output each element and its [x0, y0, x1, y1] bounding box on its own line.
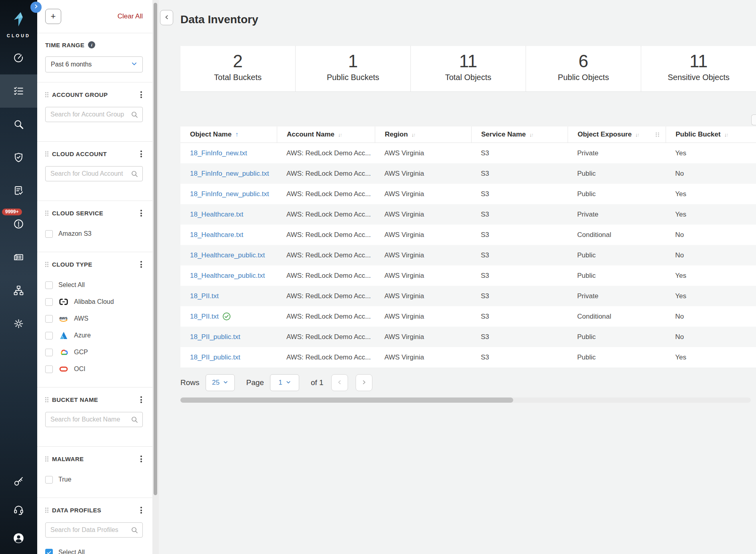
headset-icon: [13, 504, 24, 516]
checkbox-checked[interactable]: [45, 549, 53, 554]
collapse-filters-button[interactable]: [160, 10, 173, 25]
scrollbar-thumb[interactable]: [180, 397, 513, 403]
cell-object_name: 18_PII.txt: [180, 286, 277, 306]
chevron-left-icon: [164, 14, 170, 21]
table-header: Object Name↑Account Name↓↑Region↓↑Servic…: [180, 126, 756, 143]
cell-object_name: 18_FinInfo_new.txt: [180, 143, 277, 163]
sidebar-item-alerts[interactable]: 9999+: [0, 207, 37, 241]
object-name-link[interactable]: 18_PII.txt: [190, 313, 219, 321]
drag-handle-icon[interactable]: [45, 508, 48, 513]
expand-filters-button[interactable]: [30, 2, 42, 13]
kebab-menu-icon[interactable]: [140, 395, 143, 404]
stat-value: 1: [296, 51, 410, 71]
checkbox-unchecked[interactable]: [45, 315, 53, 323]
sidebar-item-support[interactable]: [0, 496, 37, 524]
column-settings-button[interactable]: [751, 114, 756, 125]
sidebar-item-access-keys[interactable]: [0, 467, 37, 496]
object-name-link[interactable]: 18_Healthcare_public.txt: [190, 272, 265, 280]
checkbox-unchecked[interactable]: [45, 230, 53, 238]
key-icon: [13, 476, 24, 487]
bucket-name-search-input[interactable]: [45, 412, 143, 427]
column-header-region[interactable]: Region↓↑: [375, 126, 471, 143]
kebab-menu-icon[interactable]: [140, 209, 143, 217]
kebab-menu-icon[interactable]: [140, 260, 143, 269]
sidebar-item-settings[interactable]: [0, 307, 37, 340]
checkbox-unchecked[interactable]: [45, 332, 53, 339]
column-header-object_name[interactable]: Object Name↑: [180, 126, 277, 143]
sidebar-item-network[interactable]: [0, 274, 37, 307]
object-name-link[interactable]: 18_PII_public.txt: [190, 353, 240, 361]
kebab-menu-icon[interactable]: [140, 90, 143, 99]
checkbox-option-amazon-s3[interactable]: Amazon S3: [45, 225, 143, 242]
pagination: Rows 25 Page 1 of 1: [180, 374, 756, 391]
next-page-button[interactable]: [356, 374, 372, 391]
object-name-link[interactable]: 18_PII_public.txt: [190, 333, 240, 341]
sidebar-item-dashboard[interactable]: [0, 41, 37, 74]
cell-account_name: AWS: RedLock Demo Acc...: [277, 143, 375, 163]
checkbox-option-gcp[interactable]: GCP: [45, 344, 143, 361]
data-inventory-table: Object Name↑Account Name↓↑Region↓↑Servic…: [180, 126, 756, 367]
object-name-link[interactable]: 18_Healthcare_public.txt: [190, 251, 265, 259]
column-header-public_bucket[interactable]: Public Bucket↓↑: [666, 126, 756, 143]
drag-handle-icon[interactable]: [45, 262, 48, 267]
option-label: Alibaba Cloud: [74, 298, 114, 305]
drag-handle-icon[interactable]: [45, 92, 48, 97]
kebab-menu-icon[interactable]: [140, 506, 143, 514]
column-header-account_name[interactable]: Account Name↓↑: [277, 126, 375, 143]
checkbox-option-azure[interactable]: Azure: [45, 327, 143, 344]
checkbox-unchecked[interactable]: [45, 281, 53, 289]
scrollbar-thumb[interactable]: [154, 3, 157, 495]
sidebar-item-inventory[interactable]: [0, 74, 37, 108]
sidebar-item-investigate[interactable]: [0, 108, 37, 141]
info-icon[interactable]: i: [88, 41, 95, 48]
checkbox-unchecked[interactable]: [45, 365, 53, 373]
column-header-service_name[interactable]: Service Name↓↑: [471, 126, 568, 143]
checkbox-option-aws[interactable]: awsAWS: [45, 310, 143, 327]
object-name-link[interactable]: 18_FinInfo_new.txt: [190, 149, 247, 157]
cell-region: AWS Virginia: [375, 286, 471, 306]
sidebar-item-compliance[interactable]: [0, 174, 37, 207]
data-profiles-search-input[interactable]: [45, 522, 143, 538]
prisma-cloud-logo[interactable]: CLOUD: [7, 0, 30, 38]
kebab-menu-icon[interactable]: [140, 455, 143, 463]
object-name-link[interactable]: 18_PII.txt: [190, 292, 219, 300]
kebab-menu-icon[interactable]: [140, 150, 143, 158]
sidebar-item-compute[interactable]: [0, 241, 37, 274]
add-filter-button[interactable]: +: [45, 9, 61, 24]
object-name-link[interactable]: 18_Healthcare.txt: [190, 231, 243, 239]
checkbox-option-alibaba-cloud[interactable]: Alibaba Cloud: [45, 293, 143, 310]
filter-section-account-group: ACCOUNT GROUP: [37, 82, 152, 141]
sidebar-bottom-nav: [0, 467, 37, 554]
checkbox-option-true[interactable]: True: [45, 471, 143, 488]
previous-page-button[interactable]: [331, 374, 348, 391]
drag-handle-icon[interactable]: [45, 397, 48, 402]
clear-all-link[interactable]: Clear All: [118, 12, 143, 20]
page-select[interactable]: 1: [270, 374, 299, 391]
cloud-account-search-input[interactable]: [45, 166, 143, 181]
account-group-search-input[interactable]: [45, 107, 143, 122]
drag-handle-icon[interactable]: [45, 456, 48, 462]
column-drag-icon[interactable]: [655, 132, 660, 137]
cell-public_bucket: No: [666, 306, 756, 327]
checkbox-option-select-all[interactable]: Select All: [45, 277, 143, 293]
rows-per-page-select[interactable]: 25: [206, 374, 235, 391]
sidebar-item-profile[interactable]: [0, 524, 37, 552]
page-title: Data Inventory: [180, 13, 756, 26]
column-header-object_exposure[interactable]: Object Exposure↓↑: [568, 126, 666, 143]
checkbox-option-oci[interactable]: OCI: [45, 361, 143, 377]
checkbox-unchecked[interactable]: [45, 476, 53, 484]
drag-handle-icon[interactable]: [45, 151, 48, 157]
object-name-link[interactable]: 18_Healthcare.txt: [190, 211, 243, 219]
time-range-select[interactable]: Past 6 months: [45, 56, 143, 72]
checkbox-option-select-all[interactable]: Select All: [45, 544, 143, 554]
chevron-down-icon: [223, 379, 228, 387]
search-icon: [131, 526, 138, 536]
drag-handle-icon[interactable]: [45, 211, 48, 216]
main-nav-sidebar: CLOUD 9999+: [0, 0, 37, 554]
stat-public-objects: 6Public Objects: [526, 46, 641, 91]
sidebar-item-policies[interactable]: [0, 141, 37, 174]
checkbox-unchecked[interactable]: [45, 349, 53, 356]
checkbox-unchecked[interactable]: [45, 298, 53, 306]
object-name-link[interactable]: 18_FinInfo_new_public.txt: [190, 190, 269, 198]
object-name-link[interactable]: 18_FinInfo_new_public.txt: [190, 170, 269, 178]
